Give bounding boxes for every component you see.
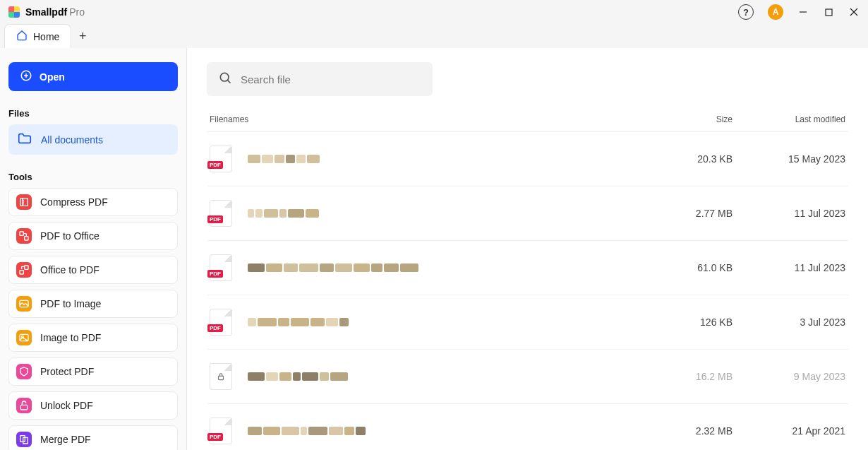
file-size: 16.2 MB [648, 371, 733, 382]
svg-line-19 [227, 80, 230, 83]
file-date: 9 May 2023 [733, 371, 845, 382]
tool-label: Protect PDF [40, 366, 94, 377]
minimize-button[interactable] [797, 6, 809, 18]
protect-icon [16, 364, 32, 379]
file-size: 61.0 KB [648, 262, 733, 273]
tab-home[interactable]: Home [4, 24, 71, 48]
sidebar-section-files: Files [8, 108, 178, 119]
file-date: 11 Jul 2023 [733, 208, 845, 219]
search-box[interactable] [207, 62, 433, 96]
search-icon [218, 71, 232, 88]
column-last-modified: Last modified [733, 114, 845, 124]
file-name [248, 155, 648, 163]
file-icon: PDF [210, 200, 232, 227]
tool-office-to-pdf[interactable]: Office to PDF [8, 256, 178, 284]
tool-label: Compress PDF [40, 196, 108, 208]
tool-compress-pdf[interactable]: Compress PDF [8, 188, 178, 216]
avatar[interactable]: A [768, 4, 783, 20]
merge-icon [16, 432, 32, 447]
svg-rect-9 [25, 237, 28, 240]
file-row[interactable]: PDF 2.77 MB 11 Jul 2023 [207, 186, 848, 241]
file-name [248, 318, 648, 326]
tool-label: PDF to Image [40, 298, 101, 309]
image-to-pdf-icon [16, 330, 32, 345]
content-area: Filenames Size Last modified PDF 20.3 KB… [187, 48, 868, 450]
file-icon: PDF [210, 309, 232, 336]
file-date: 3 Jul 2023 [733, 316, 845, 328]
file-date: 15 May 2023 [733, 153, 845, 165]
tool-label: Office to PDF [40, 264, 100, 276]
plus-circle-icon [20, 69, 32, 84]
maximize-button[interactable] [823, 6, 834, 18]
svg-rect-8 [20, 232, 23, 235]
file-size: 126 KB [648, 316, 733, 328]
tool-pdf-to-office[interactable]: PDF to Office [8, 222, 178, 250]
file-row[interactable]: PDF 126 KB 3 Jul 2023 [207, 295, 848, 350]
title-bar: Smallpdf Pro ? A [0, 0, 868, 24]
tool-image-to-pdf[interactable]: Image to PDF [8, 324, 178, 352]
file-name [248, 427, 648, 435]
svg-rect-10 [25, 266, 28, 269]
column-filenames: Filenames [210, 114, 648, 124]
svg-rect-20 [219, 376, 224, 379]
file-row[interactable]: PDF 2.32 MB 21 Apr 2021 [207, 404, 848, 450]
tool-unlock-pdf[interactable]: Unlock PDF [8, 391, 178, 420]
tool-label: Image to PDF [40, 332, 101, 343]
sidebar-section-tools: Tools [8, 172, 178, 182]
tool-label: PDF to Office [40, 230, 100, 242]
svg-rect-1 [826, 9, 832, 16]
home-icon [16, 30, 28, 43]
app-name: Smallpdf [25, 6, 67, 18]
search-input[interactable] [241, 73, 421, 85]
file-icon: PDF [210, 418, 232, 444]
sidebar-item-all-documents[interactable]: All documents [8, 124, 178, 155]
file-row[interactable]: PDF 61.0 KB 11 Jul 2023 [207, 241, 848, 295]
pdf-to-office-icon [16, 228, 32, 244]
file-name [248, 264, 648, 272]
table-header: Filenames Size Last modified [207, 114, 848, 132]
file-size: 2.32 MB [648, 425, 733, 437]
sidebar-item-label: All documents [41, 134, 103, 146]
file-row[interactable]: PDF 20.3 KB 15 May 2023 [207, 132, 848, 186]
file-size: 20.3 KB [648, 153, 733, 165]
file-date: 11 Jul 2023 [733, 262, 845, 273]
pdf-badge: PDF [207, 215, 223, 223]
new-tab-button[interactable]: + [71, 29, 94, 48]
tool-label: Unlock PDF [40, 400, 93, 411]
compress-icon [16, 194, 32, 210]
app-logo [8, 6, 20, 18]
pdf-badge: PDF [207, 270, 223, 278]
tool-merge-pdf[interactable]: Merge PDF [8, 425, 178, 450]
file-icon [210, 363, 232, 390]
office-to-pdf-icon [16, 262, 32, 278]
svg-rect-15 [20, 405, 27, 410]
svg-rect-11 [20, 271, 23, 274]
help-icon[interactable]: ? [738, 4, 754, 20]
tool-pdf-to-image[interactable]: PDF to Image [8, 290, 178, 318]
file-icon: PDF [210, 146, 232, 172]
file-date: 21 Apr 2021 [733, 425, 845, 437]
tab-strip: Home + [0, 24, 868, 48]
folder-icon [17, 131, 32, 148]
pdf-badge: PDF [207, 161, 223, 169]
close-button[interactable] [848, 6, 860, 18]
open-button[interactable]: Open [8, 62, 178, 91]
file-size: 2.77 MB [648, 208, 733, 219]
pdf-badge: PDF [207, 324, 223, 332]
column-size: Size [648, 114, 733, 124]
tab-home-label: Home [33, 31, 59, 42]
file-row[interactable]: 16.2 MB 9 May 2023 [207, 350, 848, 404]
tool-protect-pdf[interactable]: Protect PDF [8, 357, 178, 386]
sidebar: Open Files All documents Tools Compress … [0, 48, 187, 450]
open-button-label: Open [40, 71, 65, 83]
app-name-suffix: Pro [69, 6, 85, 18]
pdf-to-image-icon [16, 296, 32, 312]
svg-point-18 [220, 73, 229, 81]
file-icon: PDF [210, 254, 232, 281]
file-name [248, 209, 648, 218]
tool-label: Merge PDF [40, 434, 91, 445]
file-name [248, 372, 648, 381]
lock-icon [210, 364, 231, 389]
pdf-badge: PDF [207, 433, 223, 441]
unlock-icon [16, 398, 32, 413]
